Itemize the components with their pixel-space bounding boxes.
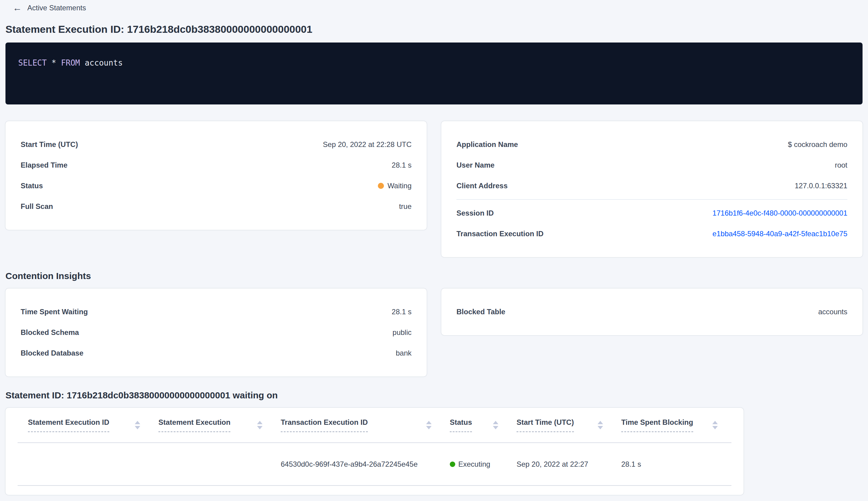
sql-keyword: SELECT [18, 58, 47, 67]
sort-icon [598, 421, 603, 429]
blocked-schema-value: public [392, 328, 412, 337]
cell-start-time-utc: Sep 20, 2022 at 22:27 [517, 460, 621, 469]
card-divider [456, 199, 847, 200]
column-header-statement-execution[interactable]: Statement Execution [159, 418, 281, 432]
blocked-schema-row: Blocked Schema public [21, 322, 412, 343]
column-header-label: Start Time (UTC) [517, 418, 574, 432]
contention-blocked-table-card: Blocked Table accounts [441, 288, 862, 335]
time-spent-waiting-label: Time Spent Waiting [21, 308, 88, 316]
sql-keyword: FROM [61, 58, 80, 67]
column-header-label: Status [450, 418, 472, 432]
column-header-time-spent-blocking[interactable]: Time Spent Blocking [621, 418, 731, 432]
sql-statement-box: SELECT * FROM accounts [6, 43, 862, 105]
client-address-label: Client Address [456, 182, 508, 190]
column-header-statement-execution-id[interactable]: Statement Execution ID [28, 418, 159, 432]
contention-waiting-card: Time Spent Waiting 28.1 s Blocked Schema… [6, 288, 427, 376]
execution-overview-card: Start Time (UTC) Sep 20, 2022 at 22:28 U… [6, 121, 427, 230]
sql-text: accounts [80, 58, 123, 67]
status-label: Status [21, 182, 43, 190]
user-name-label: User Name [456, 161, 495, 169]
column-header-label: Statement Execution [159, 418, 230, 432]
start-time-value: Sep 20, 2022 at 22:28 UTC [323, 140, 412, 149]
start-time-row: Start Time (UTC) Sep 20, 2022 at 22:28 U… [21, 134, 412, 155]
transaction-execution-id-row: Transaction Execution ID e1bba458-5948-4… [456, 223, 847, 244]
column-header-start-time-utc[interactable]: Start Time (UTC) [517, 418, 621, 432]
cell-transaction-execution-id: 64530d0c-969f-437e-a9b4-26a72245e45e [281, 460, 450, 469]
full-scan-label: Full Scan [21, 202, 53, 211]
application-name-label: Application Name [456, 140, 518, 149]
sort-icon [493, 421, 498, 429]
sort-icon [135, 421, 140, 429]
session-id-label: Session ID [456, 209, 494, 217]
cell-status: Executing [450, 460, 517, 469]
column-header-status[interactable]: Status [450, 418, 517, 432]
table-header-row: Statement Execution ID Statement Executi… [18, 408, 731, 443]
sort-icon [712, 421, 718, 429]
blocked-table-value: accounts [818, 308, 847, 316]
waiting-on-heading: Statement ID: 1716b218dc0b38380000000000… [6, 390, 862, 401]
elapsed-time-value: 28.1 s [392, 161, 412, 169]
start-time-label: Start Time (UTC) [21, 140, 78, 149]
time-spent-waiting-row: Time Spent Waiting 28.1 s [21, 301, 412, 322]
page-content: ← Active Statements Statement Execution … [0, 0, 868, 495]
user-name-value: root [835, 161, 847, 169]
status-value: Waiting [388, 182, 412, 190]
transaction-execution-id-link[interactable]: e1bba458-5948-40a9-a42f-5feac1b10e75 [713, 230, 847, 238]
session-details-card: Application Name $ cockroach demo User N… [441, 121, 862, 257]
application-name-row: Application Name $ cockroach demo [456, 134, 847, 155]
blocked-database-row: Blocked Database bank [21, 343, 412, 363]
page-title: Statement Execution ID: 1716b218dc0b3838… [6, 23, 862, 35]
elapsed-time-row: Elapsed Time 28.1 s [21, 155, 412, 175]
statement-execution-details-page: { "colors": { "page_background": "#f4f6f… [0, 0, 868, 501]
client-address-row: Client Address 127.0.0.1:63321 [456, 175, 847, 196]
blocked-database-value: bank [396, 349, 412, 358]
waiting-status-dot-icon [378, 183, 384, 189]
sort-icon [426, 421, 432, 429]
session-id-link[interactable]: 1716b1f6-4e0c-f480-0000-000000000001 [713, 209, 847, 217]
back-to-active-statements-link[interactable]: ← Active Statements [6, 3, 86, 13]
blocked-schema-label: Blocked Schema [21, 328, 79, 337]
contention-cards-grid: Time Spent Waiting 28.1 s Blocked Schema… [6, 288, 862, 376]
blocked-table-label: Blocked Table [456, 308, 505, 316]
sql-text: * [47, 58, 61, 67]
full-scan-row: Full Scan true [21, 196, 412, 217]
user-name-row: User Name root [456, 155, 847, 175]
cell-time-spent-blocking: 28.1 s [621, 460, 731, 469]
blocked-database-label: Blocked Database [21, 349, 84, 358]
column-header-label: Time Spent Blocking [621, 418, 693, 432]
column-header-transaction-execution-id[interactable]: Transaction Execution ID [281, 418, 450, 432]
time-spent-waiting-value: 28.1 s [392, 308, 412, 316]
waiting-on-table: Statement Execution ID Statement Executi… [6, 408, 744, 495]
column-header-label: Statement Execution ID [28, 418, 109, 432]
status-row: Status Waiting [21, 175, 412, 196]
status-badge: Waiting [378, 182, 412, 190]
client-address-value: 127.0.0.1:63321 [795, 182, 848, 190]
column-header-label: Transaction Execution ID [281, 418, 368, 432]
session-id-row: Session ID 1716b1f6-4e0c-f480-0000-00000… [456, 203, 847, 223]
application-name-value: $ cockroach demo [788, 140, 847, 149]
contention-insights-heading: Contention Insights [6, 270, 862, 281]
executing-status-dot-icon [450, 461, 455, 467]
summary-cards-grid: Start Time (UTC) Sep 20, 2022 at 22:28 U… [6, 121, 862, 257]
full-scan-value: true [399, 202, 412, 211]
elapsed-time-label: Elapsed Time [21, 161, 67, 169]
transaction-execution-id-label: Transaction Execution ID [456, 230, 544, 238]
back-link-label: Active Statements [27, 4, 86, 12]
sort-icon [257, 421, 262, 429]
table-row: 64530d0c-969f-437e-a9b4-26a72245e45e Exe… [18, 443, 731, 486]
blocked-table-row: Blocked Table accounts [456, 301, 847, 322]
arrow-left-icon: ← [13, 3, 22, 12]
cell-status-value: Executing [458, 460, 490, 468]
